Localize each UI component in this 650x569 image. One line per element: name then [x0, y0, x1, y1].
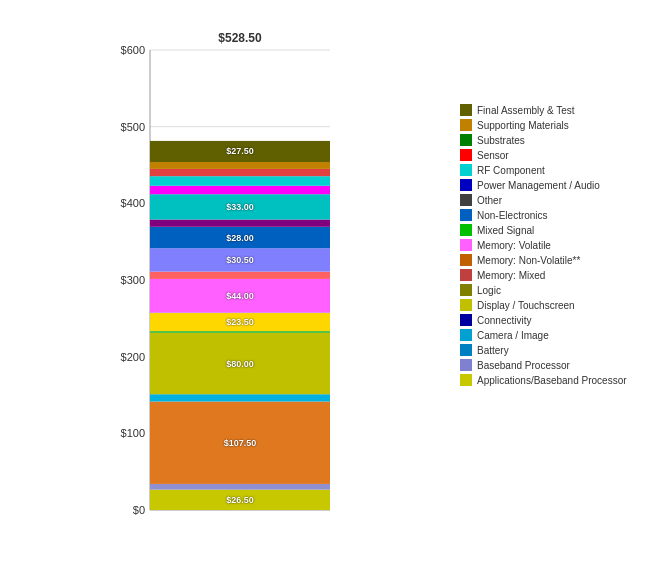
legend-color-swatch — [460, 209, 472, 221]
legend-color-swatch — [460, 224, 472, 236]
legend-item-label: Display / Touchscreen — [477, 300, 575, 311]
legend-item: Camera / Image — [460, 329, 640, 341]
legend-item: Logic — [460, 284, 640, 296]
legend-color-swatch — [460, 149, 472, 161]
legend-color-swatch — [460, 374, 472, 386]
legend-item: Baseband Processor — [460, 359, 640, 371]
legend-color-swatch — [460, 299, 472, 311]
legend-item-label: Camera / Image — [477, 330, 549, 341]
bar-chart — [30, 20, 460, 550]
legend-item: Supporting Materials — [460, 119, 640, 131]
legend: Final Assembly & TestSupporting Material… — [460, 100, 640, 389]
legend-item: Other — [460, 194, 640, 206]
legend-item-label: RF Component — [477, 165, 545, 176]
legend-item: Applications/Baseband Processor — [460, 374, 640, 386]
legend-item: Final Assembly & Test — [460, 104, 640, 116]
legend-item-label: Memory: Mixed — [477, 270, 545, 281]
legend-item-label: Sensor — [477, 150, 509, 161]
legend-items: Final Assembly & TestSupporting Material… — [460, 104, 640, 386]
chart-wrapper: Final Assembly & TestSupporting Material… — [0, 0, 650, 569]
legend-color-swatch — [460, 134, 472, 146]
legend-item: RF Component — [460, 164, 640, 176]
legend-item: Substrates — [460, 134, 640, 146]
legend-color-swatch — [460, 344, 472, 356]
legend-color-swatch — [460, 254, 472, 266]
legend-item: Connectivity — [460, 314, 640, 326]
legend-item-label: Memory: Volatile — [477, 240, 551, 251]
legend-color-swatch — [460, 284, 472, 296]
legend-color-swatch — [460, 329, 472, 341]
legend-item-label: Applications/Baseband Processor — [477, 375, 627, 386]
legend-item-label: Non-Electronics — [477, 210, 548, 221]
legend-item: Display / Touchscreen — [460, 299, 640, 311]
legend-item-label: Baseband Processor — [477, 360, 570, 371]
legend-color-swatch — [460, 194, 472, 206]
legend-item-label: Other — [477, 195, 502, 206]
legend-color-swatch — [460, 119, 472, 131]
legend-item-label: Substrates — [477, 135, 525, 146]
legend-item: Sensor — [460, 149, 640, 161]
legend-item: Mixed Signal — [460, 224, 640, 236]
legend-item-label: Memory: Non-Volatile** — [477, 255, 580, 266]
legend-color-swatch — [460, 104, 472, 116]
legend-color-swatch — [460, 179, 472, 191]
legend-item-label: Final Assembly & Test — [477, 105, 575, 116]
legend-item: Battery — [460, 344, 640, 356]
legend-item-label: Mixed Signal — [477, 225, 534, 236]
legend-item: Memory: Volatile — [460, 239, 640, 251]
legend-color-swatch — [460, 239, 472, 251]
legend-item-label: Battery — [477, 345, 509, 356]
legend-color-swatch — [460, 359, 472, 371]
legend-color-swatch — [460, 164, 472, 176]
legend-item-label: Supporting Materials — [477, 120, 569, 131]
legend-item-label: Connectivity — [477, 315, 531, 326]
legend-color-swatch — [460, 269, 472, 281]
legend-item-label: Logic — [477, 285, 501, 296]
legend-item: Power Management / Audio — [460, 179, 640, 191]
legend-item: Memory: Mixed — [460, 269, 640, 281]
legend-color-swatch — [460, 314, 472, 326]
legend-item: Memory: Non-Volatile** — [460, 254, 640, 266]
legend-item-label: Power Management / Audio — [477, 180, 600, 191]
legend-item: Non-Electronics — [460, 209, 640, 221]
